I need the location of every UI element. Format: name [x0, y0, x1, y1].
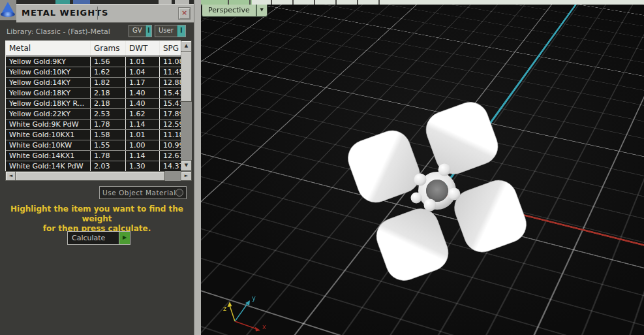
cell-dwt: 1.40 — [125, 88, 159, 98]
petal-bottom — [352, 184, 472, 304]
cell-spg: 10.99 — [159, 140, 181, 150]
scroll-up-icon[interactable]: ▲ — [181, 40, 192, 52]
perspective-viewport[interactable]: z y x Perspective ▼ — [201, 0, 644, 335]
cell-spg: 14.37 — [159, 161, 181, 171]
chevron-down-icon[interactable]: ▼ — [256, 5, 268, 17]
scroll-right-icon[interactable]: ► — [181, 171, 192, 181]
titlebar-divider — [97, 7, 98, 20]
table-row[interactable]: White Gold:10KX11.581.0111.18 — [6, 129, 181, 140]
cell-dwt: 1.40 — [125, 99, 159, 108]
table-row[interactable]: Yellow Gold:22KY2.531.6217.89 — [6, 108, 181, 119]
table-row[interactable]: White Gold:9K PdW1.781.1412.59 — [6, 119, 181, 129]
cell-metal: Yellow Gold:22KY — [6, 109, 90, 119]
cell-spg: 12.61 — [159, 151, 181, 161]
cone-tool-icon-base — [1, 12, 15, 17]
prong-ball — [448, 188, 461, 200]
prong-ball — [424, 199, 437, 212]
cell-spg: 11.45 — [159, 67, 181, 77]
prong-ball — [414, 174, 427, 186]
library-label: Library: Classic - (Fast)-Metal — [7, 27, 110, 36]
viewport-title[interactable]: Perspective — [202, 5, 256, 17]
prong-ball — [438, 164, 451, 176]
user-button[interactable]: User I — [155, 25, 186, 37]
cell-spg: 11.18 — [159, 130, 181, 140]
table-row[interactable]: Yellow Gold:9KY1.561.0111.08 — [6, 56, 181, 67]
table-row[interactable]: White Gold:10KW1.551.0010.99 — [6, 140, 181, 150]
table-horizontal-scrollbar[interactable]: ◄ ► — [5, 171, 192, 181]
x-axis-label: x — [262, 323, 266, 330]
cell-grams: 2.18 — [90, 99, 125, 108]
panel-title: METAL WEIGHTS — [22, 8, 108, 18]
metal-table-body: Yellow Gold:9KY1.561.0111.08Yellow Gold:… — [6, 56, 181, 171]
table-row[interactable]: Yellow Gold:18KY R...2.181.4015.41 — [6, 98, 181, 108]
cell-grams: 2.53 — [90, 109, 125, 119]
play-icon[interactable]: ▶ — [119, 232, 130, 244]
cell-spg: 12.59 — [159, 120, 181, 129]
scroll-down-icon[interactable]: ▼ — [181, 160, 192, 171]
cell-grams: 1.62 — [90, 67, 125, 77]
cell-dwt: 1.62 — [125, 109, 159, 119]
hscroll-thumb[interactable] — [15, 171, 165, 181]
flower-model[interactable] — [305, 59, 579, 327]
cell-metal: Yellow Gold:18KY — [6, 88, 90, 98]
cell-dwt: 1.01 — [125, 57, 159, 67]
user-info-toggle[interactable]: I — [177, 25, 185, 37]
cell-dwt: 1.01 — [125, 130, 159, 140]
cell-metal: White Gold:10KW — [6, 140, 90, 150]
cell-spg: 12.88 — [159, 78, 181, 88]
cell-dwt: 1.14 — [125, 151, 159, 161]
toolbar-ticks — [207, 0, 384, 5]
table-row[interactable]: Yellow Gold:18KY2.181.4015.41 — [6, 88, 181, 98]
column-header-spg[interactable]: SPG — [159, 41, 181, 56]
cell-metal: White Gold:14KX1 — [6, 151, 90, 161]
cell-metal: White Gold:14K PdW — [6, 161, 90, 171]
cell-metal: Yellow Gold:9KY — [6, 57, 90, 67]
instruction-text: Highlight the item you want to find the … — [0, 204, 194, 234]
cell-dwt: 1.04 — [125, 67, 159, 77]
axis-gizmo: z y x — [219, 291, 274, 333]
cell-spg: 17.89 — [159, 109, 181, 119]
metal-weights-panel: METAL WEIGHTS × Library: Classic - (Fast… — [0, 0, 194, 335]
column-header-grams[interactable]: Grams — [90, 41, 125, 56]
vscroll-thumb[interactable] — [181, 51, 192, 102]
panel-splitter[interactable] — [194, 0, 201, 335]
panel-titlebar[interactable]: METAL WEIGHTS × — [16, 4, 194, 23]
table-row[interactable]: Yellow Gold:10KY1.621.0411.45 — [6, 67, 181, 77]
gv-button[interactable]: GV I — [129, 25, 152, 37]
cell-grams: 1.78 — [90, 120, 125, 129]
table-row[interactable]: White Gold:14KX11.781.1412.61 — [6, 150, 181, 161]
bezel-hole — [426, 180, 448, 202]
cell-metal: White Gold:10KX1 — [6, 130, 90, 140]
column-header-dwt[interactable]: DWT — [125, 41, 159, 56]
cell-spg: 15.41 — [159, 99, 181, 108]
table-row[interactable]: Yellow Gold:14KY1.821.1712.88 — [6, 77, 181, 88]
column-header-metal[interactable]: Metal — [6, 41, 90, 56]
cell-dwt: 1.14 — [125, 120, 159, 129]
prong-ball — [411, 193, 422, 204]
cell-grams: 1.58 — [90, 130, 125, 140]
calculate-button[interactable]: Calculate ▶ — [67, 231, 130, 245]
metal-weights-table: Metal Grams DWT SPG Yellow Gold:9KY1.561… — [5, 40, 181, 172]
table-row[interactable]: White Gold:14K PdW2.031.3014.37 — [6, 161, 181, 171]
cell-grams: 1.78 — [90, 151, 125, 161]
table-vertical-scrollbar[interactable]: ▲ ▼ — [181, 40, 192, 171]
cell-grams: 2.03 — [90, 161, 125, 171]
radio-circle-icon[interactable] — [176, 189, 183, 197]
calculate-label: Calculate — [68, 232, 119, 244]
cell-dwt: 1.30 — [125, 161, 159, 171]
use-object-materials-label: Use Object Materials — [100, 189, 176, 197]
cell-metal: Yellow Gold:14KY — [6, 78, 90, 88]
table-header: Metal Grams DWT SPG — [6, 41, 181, 56]
close-icon[interactable]: × — [178, 7, 191, 20]
cell-spg: 11.08 — [159, 57, 181, 67]
gv-info-toggle[interactable]: I — [146, 25, 151, 37]
y-axis-label: y — [252, 295, 256, 302]
use-object-materials-button[interactable]: Use Object Materials — [99, 186, 187, 199]
cell-grams: 1.56 — [90, 57, 125, 67]
panel-tool-icon[interactable] — [0, 0, 16, 20]
viewport-top-toolbar-strip — [201, 0, 644, 5]
app-window: METAL WEIGHTS × Library: Classic - (Fast… — [0, 0, 644, 335]
z-axis-label: z — [223, 305, 226, 312]
viewport-title-control[interactable]: Perspective ▼ — [202, 5, 268, 17]
cell-grams: 2.18 — [90, 88, 125, 98]
